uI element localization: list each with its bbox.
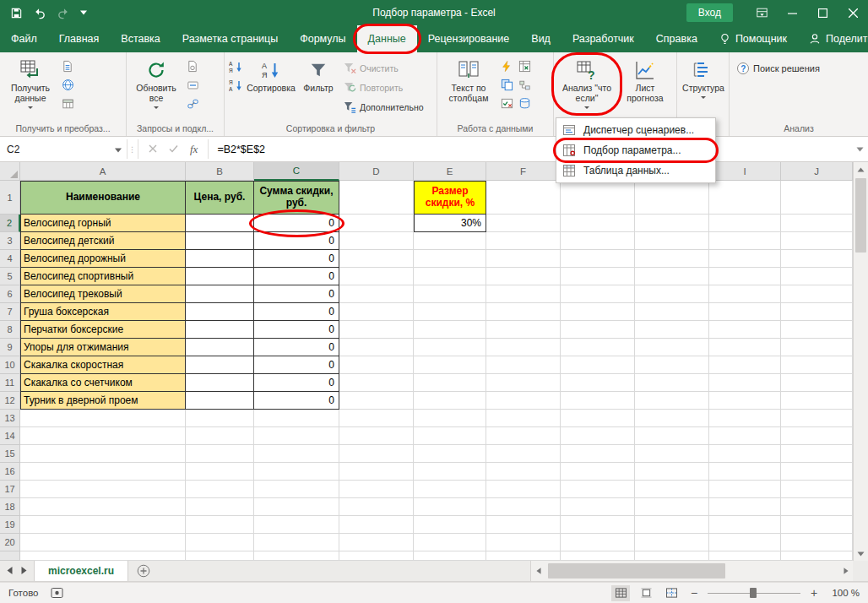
- cell-B13[interactable]: [186, 410, 254, 427]
- cell-D15[interactable]: [339, 445, 414, 463]
- cell-F15[interactable]: [486, 445, 561, 463]
- cell-G12[interactable]: [561, 392, 635, 410]
- cell-H11[interactable]: [635, 374, 709, 392]
- cell-E10[interactable]: [414, 356, 486, 374]
- cell-F10[interactable]: [486, 356, 561, 374]
- cell-E1[interactable]: Размер скидки, %: [414, 181, 486, 215]
- cell-F14[interactable]: [486, 427, 561, 445]
- cell-C20[interactable]: [254, 534, 339, 551]
- cell-C18[interactable]: [254, 498, 339, 516]
- tab-developer[interactable]: Разработчик: [561, 25, 645, 52]
- cell-F13[interactable]: [486, 410, 561, 427]
- cell-A18[interactable]: [20, 498, 186, 516]
- cell-I15[interactable]: [709, 445, 781, 463]
- cell-J4[interactable]: [781, 250, 853, 268]
- cell-C11[interactable]: 0: [254, 374, 339, 392]
- cell-I13[interactable]: [709, 410, 781, 427]
- cell-C5[interactable]: 0: [254, 268, 339, 285]
- cell-A12[interactable]: Турник в дверной проем: [20, 392, 186, 410]
- cell-B20[interactable]: [186, 534, 254, 551]
- cell-G17[interactable]: [561, 481, 635, 498]
- cell-G18[interactable]: [561, 498, 635, 516]
- cell-J18[interactable]: [781, 498, 853, 516]
- cell-A16[interactable]: [20, 463, 186, 481]
- row-header-10[interactable]: 10: [0, 356, 20, 374]
- col-header-A[interactable]: A: [20, 162, 186, 181]
- zoom-slider[interactable]: [708, 587, 800, 599]
- name-box[interactable]: C2: [0, 137, 127, 161]
- sort-button[interactable]: АЯ Сортировка: [246, 55, 296, 95]
- save-button[interactable]: [10, 7, 23, 19]
- sheet-prev-button[interactable]: [7, 565, 13, 577]
- close-button[interactable]: [838, 0, 868, 25]
- cell-B4[interactable]: [186, 250, 254, 268]
- col-header-E[interactable]: E: [414, 162, 486, 181]
- cell-G2[interactable]: [561, 215, 635, 232]
- cell-G4[interactable]: [561, 250, 635, 268]
- cell-B1[interactable]: Цена, руб.: [186, 181, 254, 215]
- cell-G16[interactable]: [561, 463, 635, 481]
- cell-I9[interactable]: [709, 339, 781, 356]
- data-validation-icon[interactable]: [499, 96, 514, 111]
- cell-C7[interactable]: 0: [254, 303, 339, 321]
- cell-H15[interactable]: [635, 445, 709, 463]
- tab-review[interactable]: Рецензирование: [417, 25, 521, 52]
- cell-E4[interactable]: [414, 250, 486, 268]
- cell-B10[interactable]: [186, 356, 254, 374]
- cell-G20[interactable]: [561, 534, 635, 551]
- cell-D5[interactable]: [339, 268, 414, 285]
- row-header-18[interactable]: 18: [0, 498, 20, 516]
- horizontal-scroll-thumb[interactable]: [548, 563, 725, 579]
- cell-E18[interactable]: [414, 498, 486, 516]
- cell-I18[interactable]: [709, 498, 781, 516]
- cell-C19[interactable]: [254, 516, 339, 534]
- cell-E13[interactable]: [414, 410, 486, 427]
- cell-B17[interactable]: [186, 481, 254, 498]
- cell-J14[interactable]: [781, 427, 853, 445]
- cell-B15[interactable]: [186, 445, 254, 463]
- zoom-level[interactable]: 100 %: [827, 588, 860, 598]
- cell-I6[interactable]: [709, 285, 781, 303]
- row-header-20[interactable]: 20: [0, 534, 20, 551]
- cell-D7[interactable]: [339, 303, 414, 321]
- cell-E5[interactable]: [414, 268, 486, 285]
- cell-G13[interactable]: [561, 410, 635, 427]
- cell-B7[interactable]: [186, 303, 254, 321]
- workbook-connections-icon[interactable]: [185, 78, 200, 92]
- cell-C12[interactable]: 0: [254, 392, 339, 410]
- from-text-icon[interactable]: [60, 59, 75, 73]
- cell-J10[interactable]: [781, 356, 853, 374]
- page-layout-view-button[interactable]: [637, 585, 655, 601]
- cell-G5[interactable]: [561, 268, 635, 285]
- cell-F12[interactable]: [486, 392, 561, 410]
- cell-J1[interactable]: [781, 181, 853, 215]
- row-header-8[interactable]: 8: [0, 321, 20, 339]
- cell-I14[interactable]: [709, 427, 781, 445]
- cell-G15[interactable]: [561, 445, 635, 463]
- cell-E8[interactable]: [414, 321, 486, 339]
- cell-C6[interactable]: 0: [254, 285, 339, 303]
- forecast-sheet-button[interactable]: Лист прогноза: [619, 55, 671, 105]
- confirm-entry-button[interactable]: [169, 144, 178, 155]
- cell-F19[interactable]: [486, 516, 561, 534]
- cell-G8[interactable]: [561, 321, 635, 339]
- row-header-19[interactable]: 19: [0, 516, 20, 534]
- menu-item-scenario-manager[interactable]: Диспетчер сценариев...: [556, 120, 715, 140]
- tab-page-layout[interactable]: Разметка страницы: [171, 25, 289, 52]
- cell-H9[interactable]: [635, 339, 709, 356]
- cell-A17[interactable]: [20, 481, 186, 498]
- cell-A3[interactable]: Велосипед детский: [20, 232, 186, 250]
- cell-E14[interactable]: [414, 427, 486, 445]
- cell-J11[interactable]: [781, 374, 853, 392]
- cell-B19[interactable]: [186, 516, 254, 534]
- cell-F5[interactable]: [486, 268, 561, 285]
- cell-I8[interactable]: [709, 321, 781, 339]
- cell-C16[interactable]: [254, 463, 339, 481]
- row-header-7[interactable]: 7: [0, 303, 20, 321]
- undo-button[interactable]: [33, 7, 46, 19]
- cell-E15[interactable]: [414, 445, 486, 463]
- menu-item-goal-seek[interactable]: Подбор параметра...: [556, 140, 715, 160]
- col-header-B[interactable]: B: [186, 162, 254, 181]
- cell-H16[interactable]: [635, 463, 709, 481]
- scroll-left-button[interactable]: [531, 561, 545, 581]
